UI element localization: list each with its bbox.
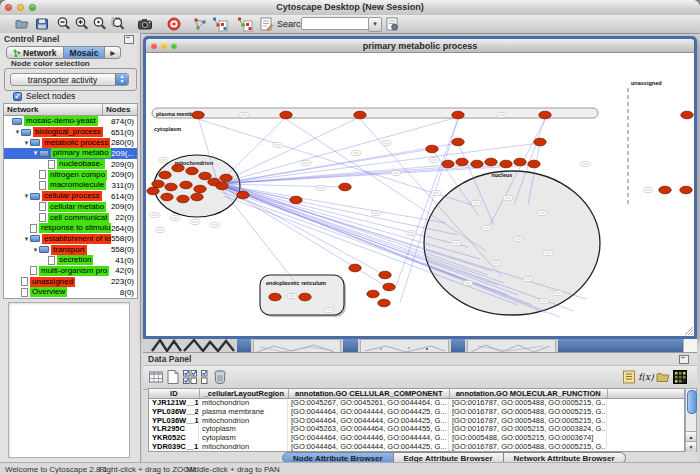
expand-arrow-icon[interactable]: ▼ <box>23 140 30 146</box>
snapshot-camera-icon[interactable] <box>137 16 153 32</box>
control-panel-title: Control Panel <box>4 34 59 44</box>
table-cell: cytoplasm <box>199 425 288 434</box>
search-input[interactable] <box>301 17 369 30</box>
table-row[interactable]: YPL036W__1mitochondrion[GO:0044464, GO:0… <box>149 417 684 426</box>
zoom-fit-icon[interactable] <box>92 16 108 32</box>
tree-row[interactable]: multi-organism pro42(0) <box>4 266 137 277</box>
tree-row-label: response to stimulu <box>39 223 111 233</box>
table-column-header[interactable]: annotation.GO MOLECULAR_FUNCTION <box>450 389 608 398</box>
background-window-fragment[interactable] <box>360 339 449 352</box>
table-cell: mitochondrion <box>199 443 288 452</box>
tree-row[interactable]: mosaic-demo-yeast874(0) <box>4 116 137 127</box>
background-window-edge[interactable] <box>558 339 683 352</box>
expand-arrow-icon[interactable]: ▼ <box>23 193 30 199</box>
tree-row[interactable]: ▼establishment of lo558(0) <box>4 234 137 245</box>
import-attributes-icon[interactable] <box>655 369 671 385</box>
file-icon <box>30 266 37 275</box>
float-panel-icon[interactable] <box>124 35 134 44</box>
annotation-icon[interactable] <box>258 16 274 32</box>
table-cell: YPL036W__1 <box>149 417 199 426</box>
attribute-table-icon[interactable] <box>148 369 164 385</box>
tree-row-nodes: 42(0) <box>115 266 137 275</box>
window-titlebar: Cytoscape Desktop (New Session) <box>0 0 700 16</box>
search-dropdown-arrow-icon[interactable]: ▼ <box>368 17 382 32</box>
attribute-list-icon[interactable] <box>621 369 637 385</box>
expand-arrow-icon[interactable]: ▼ <box>14 129 21 135</box>
tree-row[interactable]: macromolecule311(0) <box>4 180 137 191</box>
tree-column-nodes[interactable]: Nodes <box>103 104 133 115</box>
table-row[interactable]: YJR121W__1mitochondrion[GO:0045267, GO:0… <box>149 399 684 408</box>
table-row[interactable]: YLR295Ccytoplasm[GO:0045263, GO:0044464,… <box>149 425 684 434</box>
tree-row[interactable]: secretion41(0) <box>4 255 137 266</box>
float-panel-icon[interactable] <box>679 355 689 364</box>
expand-arrow-icon[interactable]: ▼ <box>32 150 39 156</box>
tree-row[interactable]: response to stimulu264(0) <box>4 223 137 234</box>
background-window-edge[interactable] <box>451 339 465 352</box>
network-view-titlebar[interactable]: primary metabolic process <box>146 39 694 53</box>
table-cell: [GO:0044464, GO:0044444, GO:0044425, G..… <box>288 417 449 426</box>
table-column-header[interactable]: annotation.GO CELLULAR_COMPONENT <box>289 389 450 398</box>
tree-row[interactable]: ▼cellular process614(0) <box>4 191 137 202</box>
scrollbar-thumb[interactable] <box>687 390 697 414</box>
network-canvas[interactable]: nucleusplasma membranecytoplasmmitochond… <box>146 53 694 336</box>
table-scrollbar[interactable]: ▲ ▼ <box>685 388 697 452</box>
background-window-fragment[interactable] <box>467 339 556 352</box>
network-tab-icon <box>13 49 21 57</box>
new-attribute-icon[interactable] <box>165 369 181 385</box>
graph-nodes[interactable] <box>147 111 693 307</box>
tree-row[interactable]: ▼transport558(0) <box>4 244 137 255</box>
tree-column-network[interactable]: Network <box>4 104 103 115</box>
attribute-matrix-icon[interactable] <box>672 369 688 385</box>
tree-row[interactable]: unassigned223(0) <box>4 276 137 287</box>
region-cytoplasm-label: cytoplasm <box>154 126 181 132</box>
select-attributes-icon[interactable] <box>182 369 198 385</box>
help-lifesaver-icon[interactable] <box>166 16 182 32</box>
region-nucleus[interactable]: nucleus <box>424 171 600 315</box>
scroll-down-icon[interactable]: ▼ <box>686 441 696 452</box>
copy-network-icon[interactable] <box>212 16 228 32</box>
tree-row[interactable]: ▼biological_process651(0) <box>4 127 137 138</box>
zoom-selected-icon[interactable] <box>110 16 126 32</box>
tree-row[interactable]: cellular metabo209(0) <box>4 202 137 213</box>
function-builder-icon[interactable]: f(x) <box>638 369 654 385</box>
tab-overflow-arrow[interactable]: ▶ <box>105 46 121 59</box>
open-file-icon[interactable] <box>14 16 30 32</box>
tree-row[interactable]: nitrogen compo209(0) <box>4 169 137 180</box>
table-row[interactable]: YPL036W__2plasma membrane[GO:0044464, GO… <box>149 408 684 417</box>
status-welcome: Welcome to Cytoscape 2.8.1 <box>5 465 107 474</box>
network-graph[interactable]: nucleusplasma membranecytoplasmmitochond… <box>146 53 694 336</box>
network-icon[interactable] <box>192 16 208 32</box>
table-column-filler <box>608 389 684 398</box>
table-row[interactable]: YDR039C__1mitochondrion[GO:0044464, GO:0… <box>149 443 684 452</box>
table-column-header[interactable]: _cellularLayoutRegion <box>200 389 289 398</box>
table-column-header[interactable]: ID <box>149 389 200 398</box>
tree-row[interactable]: Overview8(0) <box>4 287 137 298</box>
table-row[interactable]: YKR052Ccytoplasm[GO:0044464, GO:0044446,… <box>149 434 684 443</box>
table-cell: [GO:0044464, GO:0044444, GO:0044425, G..… <box>288 408 449 417</box>
background-window-edge[interactable] <box>343 339 358 352</box>
node-color-dropdown[interactable]: transporter activity ▲▼ <box>10 73 129 86</box>
expand-arrow-icon[interactable]: ▼ <box>32 247 39 253</box>
region-plasma-membrane[interactable]: plasma membrane <box>152 108 598 118</box>
tab-network[interactable]: Network <box>6 46 64 59</box>
copy-network-attributes-icon[interactable] <box>237 16 253 32</box>
unselect-attributes-icon[interactable] <box>197 369 213 385</box>
file-icon <box>39 181 46 190</box>
tree-row[interactable]: ▼metabolic process280(0) <box>4 137 137 148</box>
select-nodes-checkbox[interactable]: ✓ <box>13 92 22 101</box>
search-options-icon[interactable] <box>384 16 400 32</box>
birdseye-view-panel[interactable] <box>8 302 130 458</box>
tree-row[interactable]: nucleobase-209(0) <box>4 159 137 170</box>
tab-mosaic[interactable]: Mosaic <box>64 46 106 59</box>
tree-row[interactable]: ▼primary metabo209(... <box>4 148 137 159</box>
save-icon[interactable] <box>34 16 50 32</box>
background-window-fragment[interactable] <box>253 339 341 352</box>
delete-attribute-icon[interactable] <box>212 369 228 385</box>
tree-row[interactable]: cell communicat22(0) <box>4 212 137 223</box>
zoom-in-icon[interactable] <box>74 16 90 32</box>
background-window-edge[interactable] <box>237 339 251 352</box>
expand-arrow-icon[interactable]: ▼ <box>23 236 30 242</box>
resize-grip-icon[interactable] <box>683 325 693 335</box>
tree-row-label: cell communicat <box>48 213 109 223</box>
zoom-out-icon[interactable] <box>56 16 72 32</box>
